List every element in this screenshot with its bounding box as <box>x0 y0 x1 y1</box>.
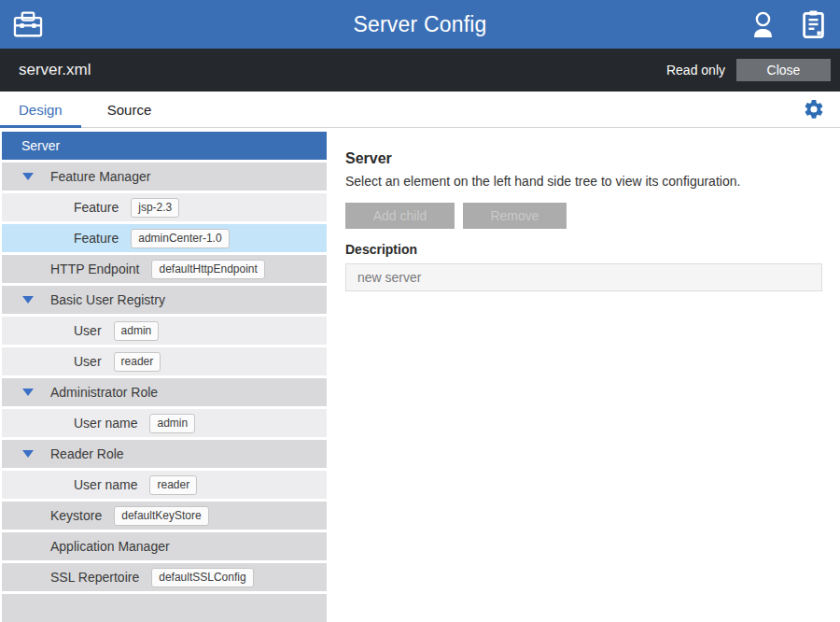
tab-bar: Design Source <box>0 92 840 128</box>
tree-row[interactable]: Administrator Role <box>2 378 327 406</box>
tree-row[interactable]: FeatureadminCenter-1.0 <box>2 224 327 252</box>
tree-row-label: Keystore <box>50 508 102 523</box>
gear-icon[interactable] <box>803 98 825 120</box>
tree-row[interactable]: Basic User Registry <box>2 286 327 314</box>
tree-row-label: Feature Manager <box>50 169 150 184</box>
tree-row-label: User <box>74 354 102 369</box>
close-button[interactable]: Close <box>736 59 831 81</box>
tree-row[interactable]: Application Manager <box>2 532 327 560</box>
tree-row <box>2 594 327 622</box>
tree-row[interactable]: Useradmin <box>2 317 327 345</box>
tree-row-badge: admin <box>149 414 195 433</box>
detail-actions: Add child Remove <box>345 203 822 229</box>
tree-row-badge: jsp-2.3 <box>131 198 179 218</box>
tree-row-label: User <box>74 323 102 338</box>
tree-row[interactable]: Reader Role <box>2 440 327 468</box>
tree-row[interactable]: User nameadmin <box>2 409 327 437</box>
tree-row-label: HTTP Endpoint <box>50 262 139 276</box>
tab-design[interactable]: Design <box>0 92 81 127</box>
readonly-status: Read only <box>666 63 725 78</box>
settings-wrap <box>803 92 825 127</box>
tree-row[interactable]: HTTP EndpointdefaultHttpEndpoint <box>2 255 327 283</box>
tree-row-badge: defaultSSLConfig <box>151 568 253 587</box>
add-child-button[interactable]: Add child <box>345 203 455 229</box>
detail-title: Server <box>345 150 822 167</box>
tree-row-label: Server <box>21 138 60 153</box>
toolbox-icon[interactable] <box>13 10 43 38</box>
tree-row[interactable]: User namereader <box>2 471 327 499</box>
tree-row-label: Feature <box>74 200 119 215</box>
description-input[interactable] <box>345 263 822 291</box>
expand-arrow-icon[interactable] <box>22 389 34 396</box>
tree-row[interactable]: Feature Manager <box>2 163 327 191</box>
clipboard-icon[interactable] <box>803 10 824 38</box>
user-icon[interactable] <box>752 11 774 38</box>
tree-row-label: Administrator Role <box>50 385 158 400</box>
detail-hint: Select an element on the left hand side … <box>345 174 822 189</box>
tree-row-label: User name <box>74 416 137 431</box>
app-header: Server Config <box>0 0 840 49</box>
config-tree: ServerFeature ManagerFeaturejsp-2.3Featu… <box>0 128 327 622</box>
file-name: server.xml <box>19 61 91 79</box>
tree-row-label: Reader Role <box>50 446 124 461</box>
tree-row[interactable]: KeystoredefaultKeyStore <box>2 502 327 530</box>
tree-row-badge: reader <box>149 475 197 495</box>
tree-row-badge: admin <box>114 321 160 341</box>
remove-button[interactable]: Remove <box>463 203 567 229</box>
tab-source[interactable]: Source <box>89 92 171 127</box>
tree-row-label: Application Manager <box>50 539 170 554</box>
tree-row[interactable]: SSL RepertoiredefaultSSLConfig <box>2 563 327 591</box>
tree-row-label: User name <box>74 477 137 492</box>
tree-row-badge: defaultKeyStore <box>114 506 208 526</box>
file-bar: server.xml Read only Close <box>0 49 840 92</box>
description-label: Description <box>345 242 822 257</box>
tree-row-label: SSL Repertoire <box>50 570 139 585</box>
tree-row-badge: defaultHttpEndpoint <box>151 260 264 279</box>
tree-row-badge: adminCenter-1.0 <box>131 229 229 248</box>
main: ServerFeature ManagerFeaturejsp-2.3Featu… <box>0 128 840 622</box>
tree-row-label: Feature <box>74 231 119 246</box>
tree-row[interactable]: Userreader <box>2 347 327 375</box>
tree-row-label: Basic User Registry <box>50 292 165 307</box>
expand-arrow-icon[interactable] <box>22 450 34 458</box>
expand-arrow-icon[interactable] <box>22 173 34 180</box>
app-title: Server Config <box>353 12 486 37</box>
header-icons <box>752 10 824 38</box>
tree-row[interactable]: Server <box>2 132 327 160</box>
detail-panel: Server Select an element on the left han… <box>327 128 840 622</box>
file-bar-right: Read only Close <box>666 59 840 81</box>
tree-row[interactable]: Featurejsp-2.3 <box>2 193 327 221</box>
tree-row-badge: reader <box>114 352 161 372</box>
expand-arrow-icon[interactable] <box>22 296 34 304</box>
